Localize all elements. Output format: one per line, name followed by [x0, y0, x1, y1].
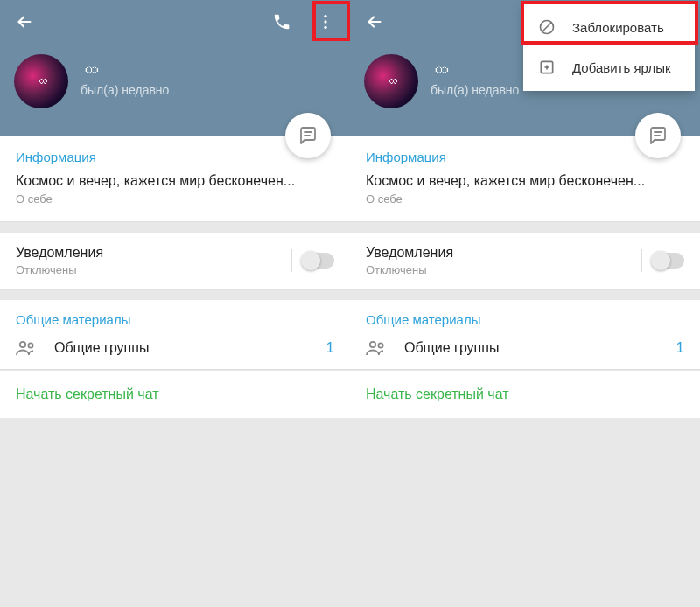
- start-secret-chat[interactable]: Начать секретный чат: [0, 371, 350, 418]
- svg-line-12: [542, 23, 551, 31]
- toggle-knob: [651, 251, 670, 270]
- shared-section-title: Общие материалы: [16, 312, 334, 327]
- last-seen-status: был(а) недавно: [430, 83, 519, 97]
- info-section-title: Информация: [366, 150, 684, 164]
- bio-text: Космос и вечер, кажется мир бесконечен..…: [366, 173, 684, 189]
- more-menu-button[interactable]: [313, 10, 338, 34]
- menu-block-user[interactable]: Заблокировать: [523, 7, 695, 47]
- svg-point-10: [378, 343, 382, 347]
- common-groups-label: Общие группы: [404, 340, 499, 356]
- call-button[interactable]: [270, 10, 294, 34]
- svg-point-5: [20, 342, 25, 347]
- common-groups-label: Общие группы: [54, 340, 149, 356]
- notifications-toggle[interactable]: [303, 253, 334, 269]
- notifications-title: Уведомления: [366, 245, 453, 261]
- notifications-status: Отключены: [366, 263, 453, 276]
- menu-shortcut-label: Добавить ярлык: [572, 60, 671, 75]
- bio-label: О себе: [366, 192, 684, 206]
- back-button[interactable]: [362, 10, 387, 34]
- avatar-symbol: ထ: [386, 74, 397, 88]
- info-section-title: Информация: [16, 150, 334, 164]
- divider: [291, 249, 292, 272]
- common-groups-row[interactable]: Общие группы 1: [16, 339, 334, 357]
- toggle-knob: [301, 251, 320, 270]
- avatar[interactable]: ထ: [14, 54, 68, 108]
- message-fab[interactable]: [285, 113, 331, 158]
- message-icon: [648, 125, 668, 146]
- username: ထ: [430, 59, 519, 80]
- shortcut-icon: [537, 58, 556, 77]
- last-seen-status: был(а) недавно: [80, 83, 169, 97]
- notifications-toggle[interactable]: [653, 253, 684, 269]
- message-fab[interactable]: [635, 113, 681, 158]
- avatar[interactable]: ထ: [364, 54, 418, 108]
- notifications-title: Уведомления: [16, 245, 103, 261]
- groups-icon: [366, 340, 387, 356]
- common-groups-count: 1: [326, 339, 334, 357]
- svg-point-2: [324, 26, 326, 29]
- svg-point-1: [324, 20, 326, 23]
- common-groups-count: 1: [676, 339, 684, 357]
- menu-add-shortcut[interactable]: Добавить ярлык: [523, 47, 695, 87]
- svg-point-9: [370, 342, 375, 347]
- notifications-status: Отключены: [16, 263, 103, 276]
- svg-point-6: [28, 343, 32, 347]
- back-button[interactable]: [12, 10, 37, 34]
- bio-label: О себе: [16, 192, 334, 206]
- start-secret-chat[interactable]: Начать секретный чат: [350, 371, 700, 418]
- common-groups-row[interactable]: Общие группы 1: [366, 339, 684, 357]
- svg-point-0: [324, 15, 326, 17]
- menu-block-label: Заблокировать: [572, 20, 664, 35]
- secret-chat-label: Начать секретный чат: [366, 387, 509, 401]
- more-menu-dropdown: Заблокировать Добавить ярлык: [523, 3, 695, 91]
- avatar-symbol: ထ: [36, 74, 47, 88]
- username: ထ: [80, 59, 169, 80]
- groups-icon: [16, 340, 37, 356]
- bio-text: Космос и вечер, кажется мир бесконечен..…: [16, 173, 334, 189]
- block-icon: [537, 17, 556, 37]
- shared-section-title: Общие материалы: [366, 312, 684, 327]
- secret-chat-label: Начать секретный чат: [16, 387, 159, 401]
- profile-header: ထ ထ был(а) недавно: [0, 0, 350, 136]
- message-icon: [298, 125, 318, 146]
- divider: [641, 249, 642, 272]
